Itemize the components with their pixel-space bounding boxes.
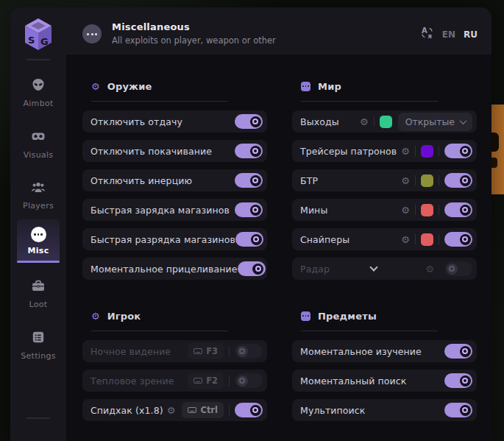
section-world: Мир Выходы ⚙ Открытые Трейсеры патронов … [292,70,477,287]
toggle-switch[interactable] [444,232,472,247]
gear-icon[interactable]: ⚙ [425,264,434,274]
color-swatch[interactable] [421,233,433,246]
section-title: Оружие [107,81,152,92]
players-icon [31,180,46,197]
sidebar-item-label: Players [23,201,54,211]
hotkey-badge[interactable]: F3 [188,343,224,359]
toggle-switch[interactable] [444,173,472,188]
sidebar-divider-top [26,59,50,60]
page-subtitle: All exploits on player, weapon or other [112,35,276,46]
briefcase-icon [31,278,46,296]
sidebar-divider-bottom [26,417,50,419]
row-label: Моментальный поиск [300,375,406,387]
toggle-switch[interactable] [444,403,472,417]
toggle-switch[interactable] [238,261,266,276]
toggle-switch[interactable] [444,344,472,359]
row-instant-examine: Моментальное изучение [292,340,477,362]
row-label: Мультипоиск [300,405,365,416]
lang-en-button[interactable]: EN [442,29,455,40]
toggle-switch[interactable] [235,344,263,359]
keyboard-icon [194,348,202,355]
section-title: Мир [318,81,341,92]
row-snipers: Снайперы ⚙ [292,228,477,250]
toggle-switch[interactable] [235,232,263,247]
settings-list-icon [31,330,46,347]
gear-icon[interactable]: ⚙ [167,406,176,415]
row-no-recoil: Отключить отдачу [82,110,267,133]
sidebar-item-settings[interactable]: Settings [17,325,60,366]
row-label: Выходы [300,116,339,127]
gear-icon[interactable]: ⚙ [401,147,410,156]
app-window: S G Aimbot [10,7,491,441]
gear-icon[interactable]: ⚙ [401,205,410,215]
background-game-fragment [491,105,504,194]
row-btr: БТР ⚙ [292,169,477,191]
row-fast-reload: Быстрая зарядка магазинов [82,199,267,221]
section-title: Предметы [318,311,377,322]
toggle-switch[interactable] [444,144,472,158]
sidebar-item-aimbot[interactable]: Aimbot [17,72,60,113]
gear-icon: ⚙ [91,82,100,91]
gear-icon[interactable]: ⚙ [401,176,410,186]
sidebar-item-misc[interactable]: Misc [17,219,60,263]
keyboard-icon [188,407,196,414]
section-divider [301,101,438,102]
row-label: Мины [300,205,327,216]
row-bullet-tracers: Трейсеры патронов ⚙ [292,140,477,162]
hotkey-label: Ctrl [200,405,218,415]
color-swatch[interactable] [421,174,433,187]
toggle-switch[interactable] [235,173,263,188]
toggle-switch[interactable] [444,202,472,217]
svg-text:я: я [427,32,431,40]
gear-icon[interactable]: ⚙ [401,235,410,244]
gear-icon[interactable]: ⚙ [360,117,369,127]
row-fast-unload: Быстрая разрядка магазинов [82,228,267,250]
row-multi-search: Мультипоиск [292,399,477,421]
row-no-inertia: Отключить инерцию [82,169,267,191]
toggle-switch[interactable] [444,373,472,388]
sidebar-item-loot[interactable]: Loot [17,273,60,314]
row-label: Моментальное прицеливание [90,264,238,275]
sidebar-item-visuals[interactable]: Visuals [17,124,60,165]
expand-chevron-icon[interactable] [369,263,377,271]
exits-dropdown[interactable]: Открытые [398,113,472,131]
hotkey-badge[interactable]: Ctrl [182,402,224,418]
row-mines: Мины ⚙ [292,199,477,221]
row-label: Моментальное изучение [300,346,422,357]
toggle-switch[interactable] [235,373,263,388]
color-swatch[interactable] [421,204,433,216]
app-logo-icon: S G [21,16,55,53]
hotkey-badge[interactable]: F2 [188,373,224,389]
row-instant-ads: Моментальное прицеливание [82,258,267,280]
sidebar-item-players[interactable]: Players [17,174,60,216]
row-label: Ночное видение [90,346,171,357]
section-divider [91,101,228,102]
toggle-switch[interactable] [235,202,263,217]
row-thermal-vision: Тепловое зрение F2 [82,370,267,392]
page-icon-ellipsis [82,24,102,43]
toggle-switch[interactable] [235,144,263,158]
color-swatch[interactable] [421,145,433,158]
section-title: Игрок [107,311,141,322]
color-swatch[interactable] [380,116,392,128]
dots-square-icon [301,82,310,91]
section-items: Предметы Моментальное изучение Моменталь… [292,300,477,428]
gear-icon: ⚙ [91,311,100,321]
row-radar: Радар ⚙ [292,258,477,280]
toggle-switch[interactable] [235,403,263,417]
hotkey-label: F3 [206,346,218,356]
row-label: Быстрая зарядка магазинов [90,205,230,216]
toggle-switch[interactable] [444,261,472,276]
row-speedhack: Спидхак (x1.8) ⚙ Ctrl [82,399,267,421]
row-label: Отключить инерцию [90,175,192,186]
row-label: Отключить отдачу [90,116,182,127]
toggle-switch[interactable] [235,114,263,129]
chevron-down-icon [460,117,467,124]
svg-text:S: S [28,35,35,46]
keyboard-icon [194,378,202,384]
sidebar-item-label: Loot [29,300,48,309]
row-label: Спидхак (x1.8) [90,405,163,416]
section-player: ⚙ Игрок Ночное видение F3 Тепловое зрени… [82,300,267,428]
row-label: Отключить покачивание [90,146,212,157]
lang-ru-button[interactable]: RU [464,29,478,40]
